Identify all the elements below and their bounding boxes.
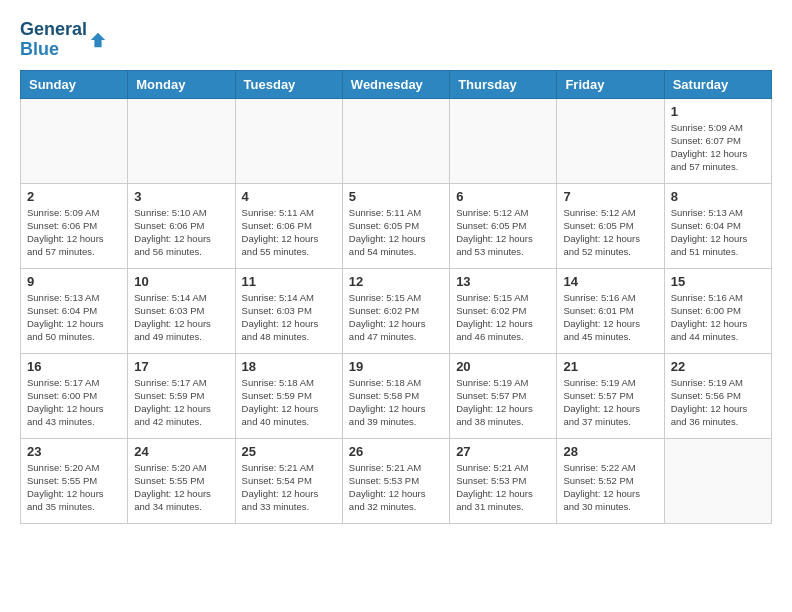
calendar-cell: 24Sunrise: 5:20 AM Sunset: 5:55 PM Dayli… [128,438,235,523]
calendar-cell: 18Sunrise: 5:18 AM Sunset: 5:59 PM Dayli… [235,353,342,438]
calendar-cell: 26Sunrise: 5:21 AM Sunset: 5:53 PM Dayli… [342,438,449,523]
day-number: 15 [671,274,765,289]
day-number: 20 [456,359,550,374]
day-number: 7 [563,189,657,204]
calendar-table: SundayMondayTuesdayWednesdayThursdayFrid… [20,70,772,524]
weekday-header-saturday: Saturday [664,70,771,98]
day-number: 4 [242,189,336,204]
day-number: 28 [563,444,657,459]
day-info: Sunrise: 5:22 AM Sunset: 5:52 PM Dayligh… [563,461,657,514]
day-info: Sunrise: 5:13 AM Sunset: 6:04 PM Dayligh… [671,206,765,259]
calendar-cell: 8Sunrise: 5:13 AM Sunset: 6:04 PM Daylig… [664,183,771,268]
calendar-cell: 3Sunrise: 5:10 AM Sunset: 6:06 PM Daylig… [128,183,235,268]
day-number: 10 [134,274,228,289]
day-info: Sunrise: 5:11 AM Sunset: 6:05 PM Dayligh… [349,206,443,259]
day-number: 11 [242,274,336,289]
day-info: Sunrise: 5:09 AM Sunset: 6:06 PM Dayligh… [27,206,121,259]
day-number: 16 [27,359,121,374]
day-number: 18 [242,359,336,374]
day-number: 23 [27,444,121,459]
day-info: Sunrise: 5:19 AM Sunset: 5:57 PM Dayligh… [563,376,657,429]
calendar-week-1: 1Sunrise: 5:09 AM Sunset: 6:07 PM Daylig… [21,98,772,183]
day-number: 13 [456,274,550,289]
weekday-header-sunday: Sunday [21,70,128,98]
calendar-cell: 17Sunrise: 5:17 AM Sunset: 5:59 PM Dayli… [128,353,235,438]
day-number: 25 [242,444,336,459]
day-info: Sunrise: 5:21 AM Sunset: 5:53 PM Dayligh… [456,461,550,514]
day-info: Sunrise: 5:14 AM Sunset: 6:03 PM Dayligh… [242,291,336,344]
day-info: Sunrise: 5:21 AM Sunset: 5:53 PM Dayligh… [349,461,443,514]
weekday-header-row: SundayMondayTuesdayWednesdayThursdayFrid… [21,70,772,98]
day-info: Sunrise: 5:12 AM Sunset: 6:05 PM Dayligh… [563,206,657,259]
day-info: Sunrise: 5:17 AM Sunset: 5:59 PM Dayligh… [134,376,228,429]
day-number: 1 [671,104,765,119]
day-info: Sunrise: 5:16 AM Sunset: 6:01 PM Dayligh… [563,291,657,344]
calendar-cell: 9Sunrise: 5:13 AM Sunset: 6:04 PM Daylig… [21,268,128,353]
day-info: Sunrise: 5:18 AM Sunset: 5:59 PM Dayligh… [242,376,336,429]
calendar-cell [342,98,449,183]
weekday-header-wednesday: Wednesday [342,70,449,98]
calendar-cell: 21Sunrise: 5:19 AM Sunset: 5:57 PM Dayli… [557,353,664,438]
day-info: Sunrise: 5:15 AM Sunset: 6:02 PM Dayligh… [456,291,550,344]
day-info: Sunrise: 5:12 AM Sunset: 6:05 PM Dayligh… [456,206,550,259]
calendar-cell [557,98,664,183]
calendar-cell: 20Sunrise: 5:19 AM Sunset: 5:57 PM Dayli… [450,353,557,438]
day-info: Sunrise: 5:11 AM Sunset: 6:06 PM Dayligh… [242,206,336,259]
weekday-header-tuesday: Tuesday [235,70,342,98]
day-number: 8 [671,189,765,204]
day-info: Sunrise: 5:09 AM Sunset: 6:07 PM Dayligh… [671,121,765,174]
day-info: Sunrise: 5:19 AM Sunset: 5:57 PM Dayligh… [456,376,550,429]
day-number: 9 [27,274,121,289]
day-info: Sunrise: 5:20 AM Sunset: 5:55 PM Dayligh… [27,461,121,514]
logo-icon [89,31,107,49]
day-number: 3 [134,189,228,204]
calendar-cell [664,438,771,523]
calendar-cell: 7Sunrise: 5:12 AM Sunset: 6:05 PM Daylig… [557,183,664,268]
logo-blue: Blue [20,39,59,59]
day-number: 6 [456,189,550,204]
calendar-cell: 6Sunrise: 5:12 AM Sunset: 6:05 PM Daylig… [450,183,557,268]
weekday-header-monday: Monday [128,70,235,98]
calendar-cell: 1Sunrise: 5:09 AM Sunset: 6:07 PM Daylig… [664,98,771,183]
day-info: Sunrise: 5:13 AM Sunset: 6:04 PM Dayligh… [27,291,121,344]
calendar-cell: 2Sunrise: 5:09 AM Sunset: 6:06 PM Daylig… [21,183,128,268]
day-number: 22 [671,359,765,374]
day-info: Sunrise: 5:10 AM Sunset: 6:06 PM Dayligh… [134,206,228,259]
calendar-cell: 25Sunrise: 5:21 AM Sunset: 5:54 PM Dayli… [235,438,342,523]
calendar-week-5: 23Sunrise: 5:20 AM Sunset: 5:55 PM Dayli… [21,438,772,523]
day-info: Sunrise: 5:21 AM Sunset: 5:54 PM Dayligh… [242,461,336,514]
day-info: Sunrise: 5:20 AM Sunset: 5:55 PM Dayligh… [134,461,228,514]
calendar-cell: 23Sunrise: 5:20 AM Sunset: 5:55 PM Dayli… [21,438,128,523]
day-number: 14 [563,274,657,289]
day-number: 21 [563,359,657,374]
day-number: 5 [349,189,443,204]
calendar-cell [235,98,342,183]
calendar-cell: 5Sunrise: 5:11 AM Sunset: 6:05 PM Daylig… [342,183,449,268]
day-number: 27 [456,444,550,459]
calendar-cell: 14Sunrise: 5:16 AM Sunset: 6:01 PM Dayli… [557,268,664,353]
weekday-header-thursday: Thursday [450,70,557,98]
calendar-body: 1Sunrise: 5:09 AM Sunset: 6:07 PM Daylig… [21,98,772,523]
logo-text: GeneralBlue [20,20,87,60]
calendar-week-3: 9Sunrise: 5:13 AM Sunset: 6:04 PM Daylig… [21,268,772,353]
day-number: 19 [349,359,443,374]
calendar-week-4: 16Sunrise: 5:17 AM Sunset: 6:00 PM Dayli… [21,353,772,438]
calendar-cell [21,98,128,183]
day-info: Sunrise: 5:17 AM Sunset: 6:00 PM Dayligh… [27,376,121,429]
calendar-cell: 19Sunrise: 5:18 AM Sunset: 5:58 PM Dayli… [342,353,449,438]
calendar-cell [450,98,557,183]
day-info: Sunrise: 5:15 AM Sunset: 6:02 PM Dayligh… [349,291,443,344]
calendar-cell: 12Sunrise: 5:15 AM Sunset: 6:02 PM Dayli… [342,268,449,353]
weekday-header-friday: Friday [557,70,664,98]
day-info: Sunrise: 5:14 AM Sunset: 6:03 PM Dayligh… [134,291,228,344]
day-info: Sunrise: 5:19 AM Sunset: 5:56 PM Dayligh… [671,376,765,429]
day-number: 2 [27,189,121,204]
day-info: Sunrise: 5:16 AM Sunset: 6:00 PM Dayligh… [671,291,765,344]
day-number: 12 [349,274,443,289]
day-number: 26 [349,444,443,459]
calendar-cell [128,98,235,183]
svg-marker-0 [91,33,105,47]
logo: GeneralBlue [20,20,107,60]
calendar-cell: 22Sunrise: 5:19 AM Sunset: 5:56 PM Dayli… [664,353,771,438]
calendar-week-2: 2Sunrise: 5:09 AM Sunset: 6:06 PM Daylig… [21,183,772,268]
